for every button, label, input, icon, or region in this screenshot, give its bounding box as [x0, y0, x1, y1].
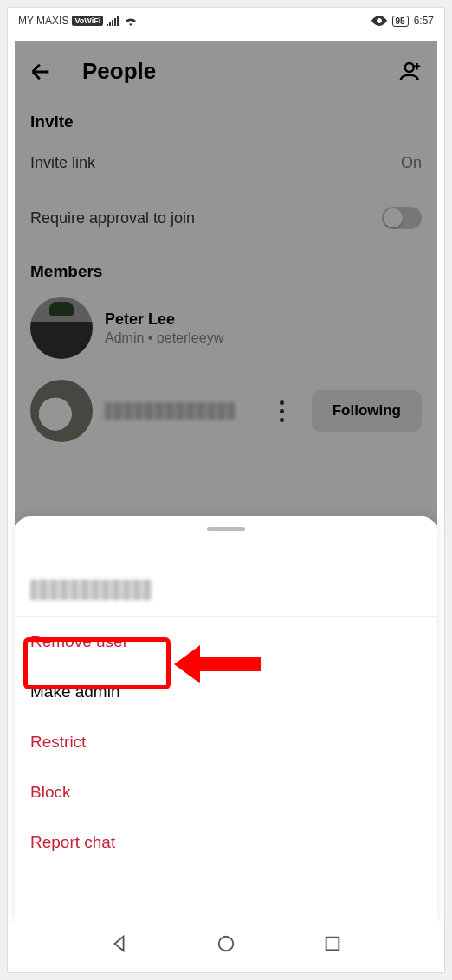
battery-indicator: 95: [392, 16, 409, 27]
vowifi-badge: VoWiFi: [72, 16, 103, 26]
report-chat-item[interactable]: Report chat: [15, 817, 437, 868]
make-admin-item[interactable]: Make admin: [15, 667, 437, 717]
signal-icon: [107, 16, 120, 26]
svg-point-0: [219, 937, 234, 951]
redacted-username: [30, 580, 152, 600]
svg-rect-1: [326, 938, 339, 951]
status-bar: MY MAXIS VoWiFi 95 6:57: [8, 8, 444, 34]
block-item[interactable]: Block: [15, 767, 437, 817]
carrier-label: MY MAXIS: [18, 15, 68, 27]
remove-user-item[interactable]: Remove user: [15, 617, 437, 667]
bottom-sheet: Remove user Make admin Restrict Block Re…: [15, 516, 437, 922]
nav-home-icon[interactable]: [216, 934, 236, 953]
clock-label: 6:57: [414, 15, 434, 27]
restrict-item[interactable]: Restrict: [15, 717, 437, 767]
eye-icon: [371, 16, 387, 26]
nav-recent-icon[interactable]: [323, 934, 342, 953]
android-nav-bar: [15, 922, 437, 965]
sheet-username: [30, 580, 422, 600]
wifi-icon: [124, 16, 138, 26]
modal-backdrop[interactable]: [15, 41, 437, 525]
nav-back-icon[interactable]: [110, 934, 129, 953]
sheet-handle[interactable]: [207, 527, 245, 531]
